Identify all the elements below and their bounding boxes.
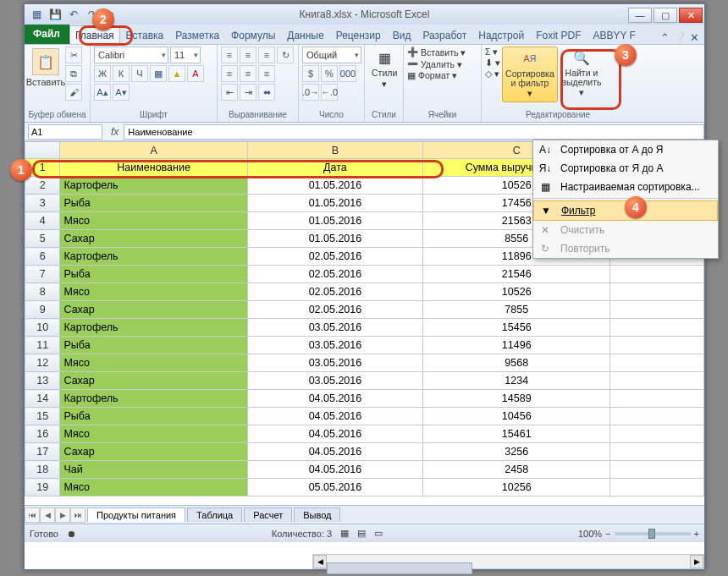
cell[interactable]: Сахар [60, 372, 247, 390]
indent-inc-icon[interactable]: ⇥ [240, 84, 256, 101]
undo-icon[interactable]: ↶ [67, 8, 80, 21]
cell[interactable]: 10456 [423, 408, 610, 425]
align-middle-icon[interactable]: ≡ [240, 47, 256, 63]
row-header[interactable]: 8 [25, 283, 60, 301]
align-top-icon[interactable]: ≡ [221, 47, 238, 63]
cell[interactable] [610, 319, 704, 337]
custom-sort-item[interactable]: ▦Настраиваемая сортировка... [533, 178, 718, 196]
row-header[interactable]: 13 [25, 372, 60, 390]
tab-addins[interactable]: Надстрой [472, 25, 530, 44]
cell[interactable] [610, 408, 704, 425]
cell[interactable]: Сахар [60, 301, 247, 319]
insert-cells-button[interactable]: ➕Вставить ▾ [407, 47, 466, 58]
file-tab[interactable]: Файл [25, 24, 69, 44]
cell[interactable]: 10526 [423, 283, 610, 301]
format-painter-icon[interactable]: 🖌 [65, 84, 82, 101]
align-right-icon[interactable]: ≡ [258, 65, 275, 82]
tab-abbyy[interactable]: ABBYY F [587, 25, 641, 44]
cell[interactable]: 02.05.2016 [247, 283, 422, 301]
col-header-a[interactable]: A [60, 142, 247, 159]
tab-layout[interactable]: Разметка [169, 25, 225, 44]
find-select-button[interactable]: 🔍 Найти и выделить ▾ [560, 47, 604, 102]
save-icon[interactable]: 💾 [48, 8, 62, 21]
row-header[interactable]: 7 [25, 266, 60, 283]
cell[interactable] [610, 390, 704, 408]
row-header[interactable]: 10 [25, 319, 60, 337]
cell[interactable] [610, 372, 704, 390]
tab-review[interactable]: Рецензир [330, 25, 387, 44]
cell[interactable]: 11496 [423, 337, 610, 354]
horizontal-scrollbar[interactable]: ◀ ▶ [312, 554, 704, 569]
row-header[interactable]: 4 [25, 212, 60, 230]
cell[interactable]: Чай [60, 461, 247, 479]
tab-home[interactable]: Главная [69, 25, 120, 44]
row-header[interactable]: 14 [25, 390, 60, 408]
tab-data[interactable]: Данные [281, 25, 329, 44]
border-icon[interactable]: ▦ [150, 65, 167, 82]
zoom-out-icon[interactable]: − [605, 529, 610, 539]
zoom-slider[interactable] [615, 532, 691, 535]
view-break-icon[interactable]: ▭ [374, 528, 383, 539]
cell[interactable]: 01.05.2016 [247, 230, 422, 248]
cell[interactable]: Картофель [60, 177, 247, 195]
cell[interactable] [610, 301, 704, 319]
cell[interactable]: 03.05.2016 [247, 337, 422, 354]
cell[interactable]: 21546 [423, 266, 610, 283]
tab-developer[interactable]: Разработ [416, 25, 472, 44]
tab-insert[interactable]: Вставка [120, 25, 170, 44]
cell[interactable]: 14589 [423, 390, 610, 408]
cell[interactable]: 02.05.2016 [247, 301, 422, 319]
cell[interactable] [610, 443, 704, 461]
row-header[interactable]: 17 [25, 443, 60, 461]
help-icon[interactable]: ❔ [673, 31, 687, 44]
view-normal-icon[interactable]: ▦ [340, 528, 349, 539]
sheet-nav-next-icon[interactable]: ▶ [55, 507, 70, 523]
cell[interactable]: Мясо [60, 283, 247, 301]
cell[interactable]: 01.05.2016 [247, 195, 422, 212]
copy-icon[interactable]: ⧉ [65, 65, 82, 82]
font-size-combo[interactable]: 11 [170, 47, 201, 63]
cell[interactable]: 15461 [423, 425, 610, 443]
comma-icon[interactable]: 000 [339, 65, 356, 82]
view-layout-icon[interactable]: ▤ [357, 528, 366, 539]
bold-button[interactable]: Ж [94, 65, 111, 82]
zoom-in-icon[interactable]: + [694, 529, 699, 539]
row-header[interactable]: 11 [25, 337, 60, 354]
sort-desc-item[interactable]: Я↓Сортировка от Я до А [533, 159, 718, 178]
merge-icon[interactable]: ⬌ [258, 84, 275, 101]
zoom-control[interactable]: 100% − + [578, 529, 699, 539]
row-header[interactable]: 9 [25, 301, 60, 319]
cell[interactable]: Рыба [60, 408, 247, 425]
format-cells-button[interactable]: ▦Формат ▾ [407, 70, 457, 80]
shrink-font-icon[interactable]: A▾ [113, 84, 130, 101]
sheet-nav-prev-icon[interactable]: ◀ [40, 507, 55, 523]
doc-close-icon[interactable]: ✕ [690, 31, 699, 44]
cell[interactable]: 03.05.2016 [247, 354, 422, 372]
formula-input[interactable]: Наименование [124, 124, 704, 140]
header-cell[interactable]: Наименование [60, 159, 247, 177]
name-box[interactable]: A1 [28, 124, 102, 140]
row-header[interactable]: 16 [25, 425, 60, 443]
sheet-tab[interactable]: Расчет [244, 507, 292, 522]
cell[interactable]: Мясо [60, 212, 247, 230]
align-left-icon[interactable]: ≡ [221, 65, 238, 82]
cell[interactable]: Сахар [60, 443, 247, 461]
cell[interactable] [610, 266, 704, 283]
cell[interactable]: Мясо [60, 354, 247, 372]
cut-icon[interactable]: ✂ [65, 47, 82, 63]
cell[interactable] [610, 461, 704, 479]
cell[interactable]: Рыба [60, 195, 247, 212]
maximize-button[interactable]: ▢ [654, 8, 677, 23]
row-header[interactable]: 2 [25, 177, 60, 195]
fill-color-icon[interactable]: ▲ [168, 65, 185, 82]
cell[interactable]: 04.05.2016 [247, 461, 422, 479]
styles-button[interactable]: ▦Стили▾ [368, 47, 400, 102]
clear-button[interactable]: ◇ ▾ [485, 69, 500, 79]
row-header[interactable]: 6 [25, 248, 60, 266]
decimal-dec-icon[interactable]: ←.0 [321, 84, 338, 101]
row-header[interactable]: 5 [25, 230, 60, 248]
col-header-b[interactable]: B [247, 142, 422, 159]
cell[interactable]: Сахар [60, 230, 247, 248]
cell[interactable]: Мясо [60, 425, 247, 443]
ribbon-minimize-icon[interactable]: ⌃ [660, 31, 670, 44]
